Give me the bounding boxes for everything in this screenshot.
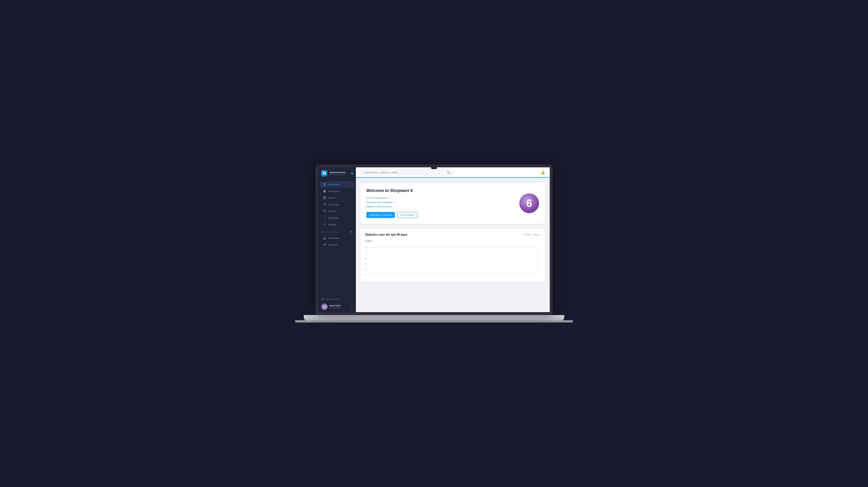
welcome-title: Welcome to Shopware 6 bbox=[366, 188, 519, 193]
sidebar-nav: Dashboard Catalogues Orders bbox=[318, 179, 356, 294]
dashboard-icon bbox=[323, 183, 327, 186]
sidebar-item-marketing[interactable]: Marketing bbox=[320, 214, 354, 221]
laptop-wrapper: Administration v6.0.0 Early Access 2 Das… bbox=[315, 165, 553, 322]
svg-rect-3 bbox=[325, 185, 326, 185]
chart-row bbox=[365, 256, 540, 261]
sidebar: Administration v6.0.0 Early Access 2 Das… bbox=[318, 167, 356, 312]
stats-date-range: 06 Nov - 06 Dec bbox=[524, 233, 540, 236]
chart-line bbox=[369, 264, 540, 264]
user-details: demo demo Administrator bbox=[329, 305, 351, 309]
sidebar-item-orders[interactable]: Orders bbox=[320, 195, 354, 201]
svg-text:6: 6 bbox=[526, 197, 532, 209]
chart-row bbox=[365, 272, 540, 277]
laptop-screen: Administration v6.0.0 Early Access 2 Das… bbox=[315, 165, 553, 315]
chart-line bbox=[369, 275, 540, 275]
sales-channel-section: Sales channel + bbox=[318, 228, 356, 234]
content-icon bbox=[323, 209, 327, 213]
svg-rect-2 bbox=[323, 185, 324, 185]
main-content: 🔍 🔔 Welcome to Shopware 6 bbox=[356, 167, 550, 312]
chart-row bbox=[365, 245, 540, 250]
top-bar-actions: 🔔 bbox=[541, 170, 545, 174]
sidebar-item-catalogues[interactable]: Catalogues bbox=[320, 188, 354, 194]
sidebar-item-customers[interactable]: Customers bbox=[320, 201, 354, 208]
user-profile[interactable]: DD demo demo Administrator ▲ bbox=[321, 304, 353, 310]
welcome-content: Welcome to Shopware 6 User documentation… bbox=[366, 188, 519, 218]
chart-row bbox=[365, 267, 540, 272]
search-input[interactable] bbox=[364, 171, 445, 174]
svg-rect-0 bbox=[323, 183, 324, 184]
arrow-icon: → bbox=[388, 196, 391, 199]
welcome-buttons: Roadmap for Shopware Give feedback bbox=[366, 212, 519, 218]
chart-row bbox=[365, 250, 540, 256]
svg-rect-14 bbox=[323, 244, 326, 246]
sidebar-title: Administration bbox=[329, 171, 351, 174]
sidebar-header: Administration v6.0.0 Early Access 2 bbox=[318, 167, 356, 179]
sidebar-item-settings[interactable]: Settings bbox=[320, 221, 354, 228]
minimize-icon bbox=[321, 298, 324, 300]
add-sales-channel-button[interactable]: + bbox=[349, 230, 353, 234]
chart-line bbox=[369, 269, 540, 269]
arrow-icon: → bbox=[393, 205, 396, 208]
sidebar-title-block: Administration v6.0.0 Early Access 2 bbox=[329, 171, 351, 176]
give-feedback-button[interactable]: Give feedback bbox=[397, 212, 417, 218]
chart-dot bbox=[365, 269, 366, 270]
app-container: Administration v6.0.0 Early Access 2 Das… bbox=[318, 167, 550, 312]
demoshop-icon bbox=[323, 236, 327, 240]
notification-bell-icon[interactable]: 🔔 bbox=[541, 170, 545, 174]
chevron-up-icon: ▲ bbox=[351, 306, 353, 308]
sidebar-item-label: Customers bbox=[328, 203, 339, 206]
user-doc-link[interactable]: User documentation → bbox=[366, 196, 519, 199]
sidebar-item-label: Marketing bbox=[328, 217, 338, 219]
chart-dot bbox=[365, 274, 366, 275]
settings-icon bbox=[323, 223, 327, 226]
sidebar-status-dot bbox=[351, 173, 353, 174]
marketing-icon bbox=[323, 216, 327, 220]
chart-dot bbox=[365, 258, 366, 259]
stats-header: Statistics over the last 30 days 06 Nov … bbox=[365, 233, 540, 236]
migration-doc-link[interactable]: Migration documentation → bbox=[366, 205, 519, 208]
customers-icon bbox=[323, 203, 327, 206]
screen-notch bbox=[431, 167, 437, 169]
chart-dot bbox=[365, 263, 366, 264]
top-bar: 🔍 🔔 bbox=[356, 167, 550, 178]
sidebar-footer: Minimize menu DD demo demo Administrator… bbox=[318, 294, 356, 312]
sidebar-item-label: Catalogues bbox=[328, 190, 340, 193]
chart-dot bbox=[365, 252, 366, 253]
sidebar-item-content[interactable]: Content bbox=[320, 208, 354, 214]
avatar: DD bbox=[321, 304, 328, 310]
user-name: demo demo bbox=[329, 305, 351, 307]
sidebar-item-demoshop[interactable]: Demoshop bbox=[320, 235, 354, 241]
chart-line bbox=[369, 247, 540, 248]
sidebar-item-label: Dashboard bbox=[328, 183, 339, 186]
arrow-icon: → bbox=[394, 201, 396, 204]
svg-rect-13 bbox=[324, 238, 325, 239]
chart-line bbox=[369, 253, 540, 253]
welcome-card: Welcome to Shopware 6 User documentation… bbox=[361, 182, 545, 224]
content-area: Welcome to Shopware 6 User documentation… bbox=[356, 178, 550, 312]
sidebar-item-dashboard[interactable]: Dashboard bbox=[320, 181, 354, 188]
orders-label: Orders bbox=[365, 240, 540, 242]
laptop-bottom bbox=[295, 320, 573, 322]
sidebar-item-label: Content bbox=[328, 210, 336, 212]
svg-rect-1 bbox=[325, 183, 326, 184]
statistics-section: Statistics over the last 30 days 06 Nov … bbox=[361, 228, 545, 282]
sidebar-item-headless[interactable]: Headless bbox=[320, 241, 354, 248]
minimize-menu-button[interactable]: Minimize menu bbox=[321, 297, 353, 301]
chart-dot bbox=[365, 247, 366, 248]
search-icon: 🔍 bbox=[447, 171, 450, 174]
headless-icon bbox=[323, 243, 327, 247]
chart-line bbox=[369, 258, 540, 259]
sidebar-item-label: Demoshop bbox=[328, 237, 339, 239]
stats-title: Statistics over the last 30 days bbox=[365, 233, 407, 236]
chart-row bbox=[365, 261, 540, 267]
sidebar-item-label: Orders bbox=[328, 197, 335, 199]
shopware-logo bbox=[321, 170, 328, 177]
sidebar-version: v6.0.0 Early Access 2 bbox=[329, 174, 351, 176]
chart-rows bbox=[365, 245, 540, 277]
orders-icon bbox=[323, 196, 327, 200]
search-bar[interactable]: 🔍 bbox=[361, 169, 453, 175]
laptop-base bbox=[304, 315, 564, 320]
roadmap-button[interactable]: Roadmap for Shopware bbox=[366, 212, 395, 218]
user-role: Administrator bbox=[329, 307, 351, 309]
developer-doc-link[interactable]: Developer documentation → bbox=[366, 201, 519, 204]
